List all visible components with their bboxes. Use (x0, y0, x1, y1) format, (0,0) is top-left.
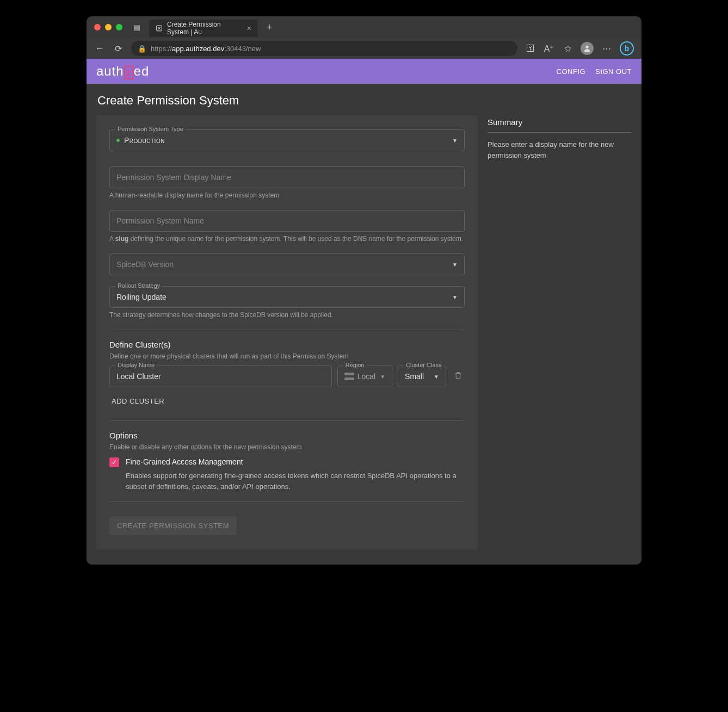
page: Create Permission System Permission Syst… (87, 84, 641, 565)
options-sub: Enable or disable any other options for … (109, 443, 465, 451)
cluster-region-select: Region Local ▼ (337, 366, 392, 387)
chevron-down-icon: ▼ (452, 294, 458, 300)
add-cluster-button[interactable]: ADD CLUSTER (109, 392, 166, 411)
svg-point-1 (585, 46, 588, 48)
system-name-field[interactable] (109, 210, 465, 232)
system-type-label: Permission System Type (115, 126, 186, 132)
cluster-display-field[interactable]: Display Name (109, 366, 332, 387)
profile-avatar[interactable] (581, 42, 594, 55)
tab-title: Create Permission System | Au (167, 21, 240, 36)
fgam-desc: Enables support for generating fine-grai… (126, 470, 465, 492)
nav-signout[interactable]: SIGN OUT (595, 67, 632, 76)
chevron-down-icon: ▼ (452, 138, 458, 144)
summary-panel: Summary Please enter a display name for … (488, 115, 632, 160)
window-controls (94, 24, 122, 30)
toolbar-right: ⚿ A⁺ ✩ ⋯ b (525, 41, 634, 55)
chevron-down-icon: ▼ (380, 374, 385, 380)
delete-cluster-button[interactable] (452, 369, 465, 384)
titlebar: ▤ Create Permission System | Au × + (87, 16, 641, 38)
maximize-window[interactable] (116, 24, 122, 30)
clusters-heading: Define Cluster(s) (109, 340, 465, 349)
trash-icon (454, 371, 462, 380)
version-select[interactable]: SpiceDB Version ▼ (109, 253, 465, 275)
display-name-field[interactable] (109, 166, 465, 188)
rollout-helper: The strategy determines how changes to t… (109, 311, 465, 319)
summary-text: Please enter a display name for the new … (488, 139, 632, 160)
app-nav: CONFIG SIGN OUT (557, 67, 632, 76)
system-name-helper: A slug defining the unique name for the … (109, 235, 465, 243)
close-tab-icon[interactable]: × (247, 24, 251, 33)
options-heading: Options (109, 431, 465, 440)
system-type-value: Production (124, 136, 452, 145)
browser-window: ▤ Create Permission System | Au × + ← ⟳ … (87, 16, 641, 565)
cluster-class-select[interactable]: Cluster Class Small ▼ (398, 366, 446, 387)
system-name-input[interactable] (116, 216, 458, 225)
status-dot-icon (116, 139, 120, 142)
create-button[interactable]: CREATE PERMISSION SYSTEM (109, 516, 237, 535)
browser-tab[interactable]: Create Permission System | Au × (149, 20, 258, 37)
sidebar-icon[interactable]: ▤ (133, 23, 140, 32)
cluster-region-value: Local (357, 372, 375, 381)
chevron-down-icon: ▼ (434, 374, 439, 380)
lock-icon: 🔒 (138, 45, 146, 53)
cluster-display-label: Display Name (115, 362, 157, 368)
more-icon[interactable]: ⋯ (601, 44, 612, 54)
tab-favicon-icon (156, 24, 163, 33)
content-row: Permission System Type Production ▼ A hu… (87, 115, 641, 565)
address-bar[interactable]: 🔒 https://app.authzed.dev:30443/new (131, 41, 517, 56)
rollout-select[interactable]: Rollout Strategy Rolling Update ▼ (109, 286, 465, 308)
person-icon (583, 44, 591, 53)
fgam-option: ✓ Fine-Grained Access Management (109, 457, 465, 467)
cluster-class-label: Cluster Class (404, 362, 443, 368)
bing-icon[interactable]: b (620, 41, 634, 55)
page-title: Create Permission System (87, 84, 641, 115)
display-name-helper: A human-readable display name for the pe… (109, 191, 465, 199)
back-button[interactable]: ← (94, 44, 105, 53)
system-type-select[interactable]: Permission System Type Production ▼ (109, 129, 465, 151)
close-window[interactable] (94, 24, 101, 30)
form-panel: Permission System Type Production ▼ A hu… (96, 115, 478, 549)
cluster-row: Display Name Region Local ▼ (109, 366, 465, 387)
divider (109, 502, 465, 502)
url: https://app.authzed.dev:30443/new (151, 45, 261, 53)
rollout-value: Rolling Update (116, 293, 452, 301)
version-placeholder: SpiceDB Version (116, 260, 452, 269)
minimize-window[interactable] (105, 24, 112, 30)
favorite-icon[interactable]: ✩ (562, 44, 573, 54)
rollout-label: Rollout Strategy (115, 282, 162, 289)
divider (109, 420, 465, 421)
nav-config[interactable]: CONFIG (557, 67, 586, 76)
new-tab-button[interactable]: + (267, 22, 273, 33)
clusters-sub: Define one or more physical clusters tha… (109, 352, 465, 360)
fgam-checkbox[interactable]: ✓ (109, 457, 119, 467)
fgam-label: Fine-Grained Access Management (126, 457, 243, 466)
app-header: authzed CONFIG SIGN OUT (87, 59, 641, 84)
divider (109, 330, 465, 330)
logo[interactable]: authzed (96, 64, 149, 79)
server-icon (344, 373, 354, 380)
key-icon[interactable]: ⚿ (525, 44, 536, 53)
browser-toolbar: ← ⟳ 🔒 https://app.authzed.dev:30443/new … (87, 38, 641, 59)
cluster-display-input[interactable] (116, 372, 325, 381)
cluster-class-value: Small (405, 372, 424, 381)
summary-title: Summary (488, 117, 632, 133)
reload-button[interactable]: ⟳ (113, 44, 124, 54)
read-aloud-icon[interactable]: A⁺ (544, 44, 554, 54)
chevron-down-icon: ▼ (452, 262, 458, 268)
display-name-input[interactable] (116, 173, 458, 182)
